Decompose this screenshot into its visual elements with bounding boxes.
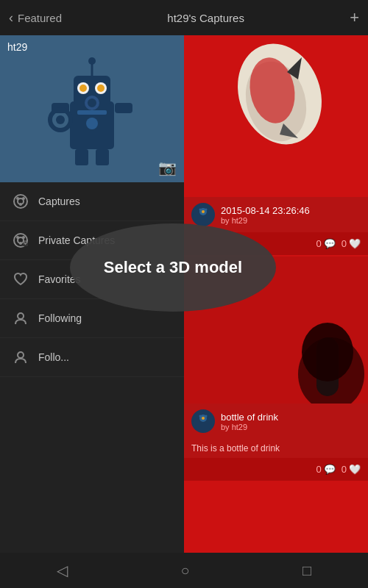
sidebar-item-favorites[interactable]: Favorites (0, 260, 184, 299)
card-1-author: by ht29 (221, 216, 361, 225)
sidebar-item-followers[interactable]: Follo... (0, 338, 184, 377)
card-2-likes-count: 0 (342, 464, 347, 475)
svg-point-29 (25, 243, 26, 245)
following-label: Following (38, 312, 82, 324)
svg-point-38 (202, 210, 205, 213)
robot-illustration (0, 35, 184, 182)
svg-point-7 (88, 57, 96, 65)
back-nav-button[interactable]: ◁ (57, 562, 68, 579)
back-nav-icon: ◁ (57, 562, 68, 579)
svg-point-11 (56, 115, 65, 124)
svg-point-25 (22, 236, 25, 239)
bottom-nav: ◁ ○ □ (0, 553, 368, 588)
svg-point-16 (86, 118, 98, 129)
card-1-likes-count: 0 (342, 238, 347, 249)
svg-rect-13 (75, 149, 88, 165)
main-layout: ht29 (0, 35, 368, 553)
svg-point-40 (205, 209, 208, 211)
card-1-meta: 2015-08-14 23:26:46 by ht29 (221, 205, 361, 225)
svg-point-17 (14, 195, 27, 208)
card-2-meta: bottle of drink by ht29 (221, 412, 361, 431)
followers-icon (12, 348, 29, 366)
card-1-comments-count: 0 (316, 238, 322, 249)
svg-point-31 (18, 352, 24, 358)
home-nav-icon: ○ (180, 562, 189, 579)
svg-point-4 (79, 85, 87, 92)
favorites-icon (12, 270, 29, 288)
card-1-likes[interactable]: 0 🤍 (342, 238, 361, 249)
svg-point-21 (19, 203, 22, 206)
camera-icon[interactable]: 📷 (158, 159, 177, 176)
add-button[interactable]: + (350, 8, 359, 27)
featured-label: Featured (18, 12, 62, 24)
add-icon: + (350, 8, 359, 26)
card-1-actions: 0 💬 0 🤍 (184, 232, 368, 255)
svg-point-47 (202, 417, 205, 420)
comment-icon: 💬 (324, 238, 336, 249)
recent-nav-button[interactable]: □ (302, 562, 311, 579)
back-button[interactable]: ‹ Featured (9, 10, 62, 26)
svg-point-19 (16, 197, 19, 200)
card-2-actions: 0 💬 0 🤍 (184, 458, 368, 481)
card-2-desc: This is a bottle of drink (184, 439, 368, 458)
favorites-label: Favorites (38, 273, 81, 285)
svg-rect-9 (115, 103, 132, 113)
private-captures-label: Private Captures (38, 234, 115, 246)
private-captures-icon (12, 232, 29, 249)
svg-point-48 (199, 415, 202, 417)
recent-nav-icon: □ (302, 562, 311, 579)
content-area: 2015-08-14 23:26:46 by ht29 0 💬 0 🤍 (184, 35, 368, 553)
followers-label: Follo... (38, 351, 69, 363)
card-2-comments-count: 0 (316, 464, 322, 475)
following-icon (12, 309, 29, 327)
sidebar-item-following[interactable]: Following (0, 299, 184, 338)
page-title: ht29's Captures (167, 12, 244, 24)
card-2-info: bottle of drink by ht29 (184, 404, 368, 439)
card-1-info: 2015-08-14 23:26:46 by ht29 (184, 197, 368, 232)
card-2-image (184, 257, 368, 404)
svg-rect-14 (96, 149, 109, 165)
card-2-avatar (191, 409, 215, 433)
sidebar-username: ht29 (7, 41, 27, 53)
like-icon-2: 🤍 (349, 464, 361, 475)
card-2-likes[interactable]: 0 🤍 (342, 464, 361, 475)
svg-point-20 (22, 197, 25, 200)
svg-point-24 (16, 236, 19, 239)
card-1-timestamp: 2015-08-14 23:26:46 (221, 205, 361, 216)
captures-label: Captures (38, 196, 80, 207)
sidebar-menu: Captures Private Captures (0, 182, 184, 553)
comment-icon-2: 💬 (324, 464, 336, 475)
svg-point-5 (97, 85, 105, 92)
card-2-author: by ht29 (221, 423, 361, 431)
like-icon: 🤍 (349, 238, 361, 249)
sidebar: ht29 (0, 35, 184, 553)
svg-point-30 (18, 313, 24, 319)
card-1-avatar (191, 203, 215, 226)
sidebar-item-captures[interactable]: Captures (0, 182, 184, 221)
home-nav-button[interactable]: ○ (180, 562, 189, 579)
svg-point-26 (19, 242, 22, 245)
back-arrow-icon: ‹ (9, 10, 13, 26)
card-2[interactable]: bottle of drink by ht29 This is a bottle… (184, 257, 368, 481)
card-1[interactable]: 2015-08-14 23:26:46 by ht29 0 💬 0 🤍 (184, 35, 368, 255)
svg-point-39 (199, 209, 202, 211)
card-1-image (184, 35, 368, 197)
card-2-title: bottle of drink (221, 412, 361, 423)
captures-icon (12, 193, 29, 210)
card-2-comments[interactable]: 0 💬 (316, 464, 336, 475)
sidebar-profile: ht29 (0, 35, 184, 182)
sidebar-item-private-captures[interactable]: Private Captures (0, 221, 184, 260)
svg-point-44 (302, 323, 353, 381)
svg-point-49 (205, 415, 208, 417)
top-bar: ‹ Featured ht29's Captures + (0, 0, 368, 35)
svg-rect-15 (77, 110, 107, 115)
card-1-comments[interactable]: 0 💬 (316, 238, 336, 249)
